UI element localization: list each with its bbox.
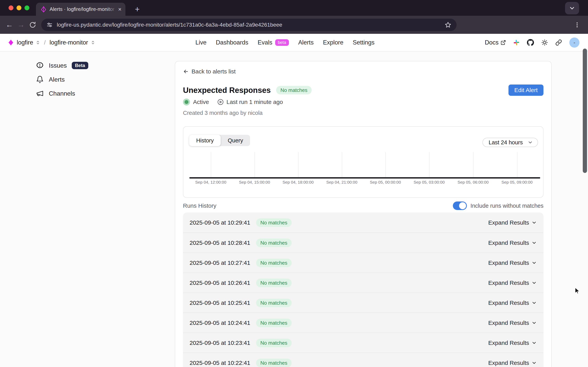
axis-tick-label: Sep 05, 03:00:00 (406, 180, 452, 184)
sidebar-item-label: Issues (49, 62, 67, 69)
expand-results-button[interactable]: Expand Results (488, 240, 537, 246)
org-selector[interactable]: logfire (17, 39, 33, 46)
reload-icon (29, 21, 36, 29)
expand-results-button[interactable]: Expand Results (488, 219, 537, 226)
runs-history-heading: Runs History (183, 202, 216, 209)
nav-evals[interactable]: Evalsbeta (258, 39, 289, 46)
main-nav: Live Dashboards Evalsbeta Alerts Explore… (196, 34, 375, 51)
share-link-icon[interactable] (555, 39, 562, 46)
sidebar-item-label: Channels (49, 90, 75, 97)
app-header: logfire / logfire-monitor Live Dashboard… (0, 34, 588, 51)
reload-button[interactable] (27, 21, 39, 29)
last-run-label: Last run 1 minute ago (227, 99, 283, 105)
chevron-down-icon (531, 280, 537, 286)
runs-list: 2025-09-05 at 10:29:41 No matches Expand… (183, 213, 544, 367)
nav-alerts[interactable]: Alerts (298, 39, 314, 46)
docs-link[interactable]: Docs (485, 39, 506, 46)
active-status-label: Active (193, 99, 209, 105)
sidebar-item-label: Alerts (49, 76, 65, 83)
tab-history[interactable]: History (189, 135, 221, 146)
expand-results-button[interactable]: Expand Results (488, 340, 537, 346)
sidebar: Issues Beta Alerts Channels (0, 51, 175, 367)
include-runs-toggle-label: Include runs without matches (470, 203, 544, 209)
chart-gridline (211, 152, 211, 178)
run-row: 2025-09-05 at 10:25:41 No matches Expand… (183, 292, 544, 313)
run-row: 2025-09-05 at 10:27:41 No matches Expand… (183, 253, 544, 273)
back-to-alerts-link[interactable]: Back to alerts list (183, 68, 544, 75)
expand-results-button[interactable]: Expand Results (488, 320, 537, 326)
axis-tick-label: Sep 04, 15:00:00 (231, 180, 278, 184)
run-timestamp: 2025-09-05 at 10:27:41 (190, 259, 250, 266)
close-window-button[interactable] (9, 5, 13, 10)
chart-gridline (429, 152, 430, 178)
logfire-logo-icon (8, 39, 14, 46)
theme-sun-icon[interactable] (541, 39, 548, 46)
nav-settings[interactable]: Settings (353, 39, 375, 46)
expand-results-button[interactable]: Expand Results (488, 280, 537, 286)
chevron-down-icon (531, 300, 537, 306)
axis-tick-label: Sep 05, 06:00:00 (450, 180, 496, 184)
chevron-down-icon (531, 220, 537, 225)
chevron-down-icon (531, 240, 537, 246)
tab-query[interactable]: Query (221, 135, 250, 146)
nav-dashboards[interactable]: Dashboards (216, 39, 248, 46)
time-range-select[interactable]: Last 24 hours (482, 138, 538, 147)
history-query-tabs: History Query (189, 135, 250, 146)
run-timestamp: 2025-09-05 at 10:26:41 (190, 280, 250, 286)
megaphone-icon (36, 90, 44, 97)
github-icon[interactable] (527, 39, 534, 46)
close-tab-icon[interactable]: × (118, 6, 121, 12)
include-runs-toggle[interactable] (453, 201, 467, 210)
run-row: 2025-09-05 at 10:28:41 No matches Expand… (183, 233, 544, 253)
expand-results-button[interactable]: Expand Results (488, 300, 537, 306)
forward-button[interactable]: → (15, 21, 27, 29)
nav-explore[interactable]: Explore (323, 39, 343, 46)
chevron-down-icon (531, 360, 537, 366)
play-circle-icon (217, 99, 224, 105)
new-tab-button[interactable]: + (132, 4, 142, 14)
logfire-favicon-icon (40, 6, 47, 13)
sidebar-item-channels[interactable]: Channels (36, 90, 75, 97)
back-button[interactable]: ← (3, 21, 15, 29)
tab-search-button[interactable] (565, 2, 579, 14)
user-avatar[interactable]: - (569, 37, 579, 48)
chevrons-up-down-icon[interactable] (91, 40, 95, 45)
axis-tick-label: Sep 04, 21:00:00 (318, 180, 365, 184)
chevron-down-icon (531, 340, 537, 346)
created-by-label: Created 3 months ago by nicola (183, 110, 544, 116)
slack-icon[interactable] (513, 39, 520, 46)
run-row: 2025-09-05 at 10:23:41 No matches Expand… (183, 333, 544, 353)
sidebar-item-alerts[interactable]: Alerts (36, 75, 65, 83)
site-settings-icon[interactable] (46, 22, 53, 28)
external-link-icon (501, 40, 506, 45)
nav-live[interactable]: Live (196, 39, 206, 46)
url-bar[interactable]: logfire-us.pydantic.dev/logfire/logfire-… (41, 19, 457, 31)
chevrons-up-down-icon[interactable] (36, 40, 40, 45)
no-matches-badge: No matches (256, 218, 292, 227)
sidebar-item-issues[interactable]: Issues Beta (36, 62, 88, 69)
chart-gridline (517, 152, 517, 178)
alert-detail-card: Back to alerts list Unexpected Responses… (175, 61, 552, 367)
minimize-window-button[interactable] (17, 5, 21, 10)
zoom-window-button[interactable] (25, 5, 29, 10)
project-selector[interactable]: logfire-monitor (50, 39, 88, 46)
no-matches-badge: No matches (256, 259, 292, 267)
chevron-down-icon (569, 5, 575, 11)
kebab-menu-icon (574, 22, 580, 28)
run-row: 2025-09-05 at 10:24:41 No matches Expand… (183, 313, 544, 333)
expand-results-button[interactable]: Expand Results (488, 360, 537, 366)
active-status-icon (183, 99, 190, 106)
edit-alert-button[interactable]: Edit Alert (509, 84, 544, 96)
window-controls[interactable] (9, 5, 29, 10)
browser-menu-button[interactable] (572, 22, 583, 28)
expand-results-button[interactable]: Expand Results (488, 259, 537, 266)
tab-title: Alerts · logfire/logfire-monitor (50, 6, 117, 12)
no-matches-badge: No matches (256, 299, 292, 307)
bookmark-star-icon[interactable] (444, 21, 452, 28)
page-content: Issues Beta Alerts Channels Back to aler… (0, 51, 588, 367)
url-text[interactable]: logfire-us.pydantic.dev/logfire/logfire-… (57, 22, 444, 28)
page-scrollbar[interactable] (583, 49, 587, 173)
browser-tab[interactable]: Alerts · logfire/logfire-monitor × (36, 3, 125, 16)
run-row: 2025-09-05 at 10:26:41 No matches Expand… (183, 273, 544, 292)
no-matches-badge: No matches (276, 86, 312, 94)
